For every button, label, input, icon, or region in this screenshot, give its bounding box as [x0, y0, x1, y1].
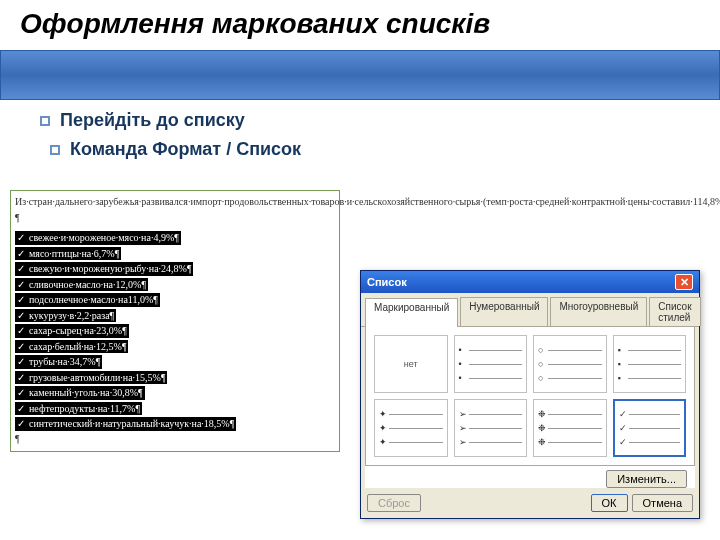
- marker-icon: ▪: [618, 373, 628, 383]
- list-item: сахар·белый·на·12,5%: [15, 340, 128, 354]
- list-item: сахар-сырец·на·23,0%: [15, 324, 129, 338]
- list-item: подсолнечное·масло·на11,0%: [15, 293, 160, 307]
- preview-bullet-arrow[interactable]: ➢ ➢ ➢: [454, 399, 528, 457]
- slide-content: Перейдіть до списку Команда Формат / Спи…: [40, 110, 680, 168]
- dialog-title: Список: [367, 276, 407, 288]
- list-item: свежее·и·мороженое·мясо·на·4,9%: [15, 231, 181, 245]
- list-item: свежую·и·мороженую·рыбу·на·24,8%: [15, 262, 193, 276]
- dialog-tabs: Маркированный Нумерованный Многоуровневы…: [361, 293, 699, 327]
- tab-multilevel[interactable]: Многоуровневый: [550, 297, 647, 326]
- paragraph-mark: ¶: [15, 432, 335, 446]
- marker-icon: ○: [538, 345, 548, 355]
- marker-icon: ✦: [379, 437, 389, 447]
- document-sample: Из·стран·дальнего·зарубежья·развивался·и…: [10, 190, 340, 452]
- bullet-text: Команда Формат / Список: [70, 139, 301, 160]
- marker-icon: ➢: [459, 437, 469, 447]
- paragraph-mark: ¶: [15, 211, 335, 225]
- marker-icon: ○: [538, 359, 548, 369]
- reset-button[interactable]: Сброс: [367, 494, 421, 512]
- marker-icon: ✦: [379, 409, 389, 419]
- preview-bullet-disc[interactable]: • • •: [454, 335, 528, 393]
- paragraph-text: Из·стран·дальнего·зарубежья·развивался·и…: [15, 195, 335, 209]
- marker-icon: ○: [538, 373, 548, 383]
- tab-numbered[interactable]: Нумерованный: [460, 297, 548, 326]
- bullet-marker-icon: [50, 145, 60, 155]
- list-item: мясо·птицы·на·6,7%: [15, 247, 121, 261]
- preview-grid: нет • • • ○ ○ ○ ▪ ▪ ▪ ✦ ✦ ✦ ➢: [374, 335, 686, 457]
- marker-icon: •: [459, 345, 469, 355]
- tab-body: нет • • • ○ ○ ○ ▪ ▪ ▪ ✦ ✦ ✦ ➢: [365, 327, 695, 466]
- close-icon[interactable]: ✕: [675, 274, 693, 290]
- preview-bullet-circle[interactable]: ○ ○ ○: [533, 335, 607, 393]
- bullet-text: Перейдіть до списку: [60, 110, 245, 131]
- list-item: нефтепродукты·на·11,7%: [15, 402, 142, 416]
- marker-icon: ❉: [538, 409, 548, 419]
- cancel-button[interactable]: Отмена: [632, 494, 693, 512]
- list-item: каменный·уголь·на·30,8%: [15, 386, 145, 400]
- marker-icon: ✓: [619, 423, 629, 433]
- dialog-footer: Сброс ОК Отмена: [361, 488, 699, 518]
- list-item: синтетический·и·натуральный·каучук·на·18…: [15, 417, 236, 431]
- marker-icon: ✦: [379, 423, 389, 433]
- marker-icon: ✓: [619, 409, 629, 419]
- list-item: грузовые·автомобили·на·15,5%: [15, 371, 167, 385]
- list-dialog: Список ✕ Маркированный Нумерованный Мног…: [360, 270, 700, 519]
- slide-title: Оформлення маркованих списків: [20, 8, 490, 40]
- tab-bulleted[interactable]: Маркированный: [365, 298, 458, 327]
- modify-row: Изменить...: [365, 466, 695, 488]
- preview-bullet-flower[interactable]: ❉ ❉ ❉: [533, 399, 607, 457]
- ok-button[interactable]: ОК: [591, 494, 628, 512]
- list-item: сливочное·масло·на·12,0%: [15, 278, 148, 292]
- marker-icon: ▪: [618, 345, 628, 355]
- marker-icon: ➢: [459, 423, 469, 433]
- list-item: кукурузу·в·2,2·раза: [15, 309, 116, 323]
- bullet-item-2: Команда Формат / Список: [50, 139, 680, 160]
- marker-icon: ▪: [618, 359, 628, 369]
- marker-icon: ✓: [619, 437, 629, 447]
- tab-styles[interactable]: Список стилей: [649, 297, 700, 326]
- selected-list: свежее·и·мороженое·мясо·на·4,9% мясо·пти…: [15, 230, 335, 432]
- preview-bullet-square[interactable]: ▪ ▪ ▪: [613, 335, 687, 393]
- bullet-item-1: Перейдіть до списку: [40, 110, 680, 131]
- preview-bullet-diamond[interactable]: ✦ ✦ ✦: [374, 399, 448, 457]
- list-item: трубы·на·34,7%: [15, 355, 102, 369]
- preview-bullet-check[interactable]: ✓ ✓ ✓: [613, 399, 687, 457]
- marker-icon: ❉: [538, 423, 548, 433]
- marker-icon: ❉: [538, 437, 548, 447]
- bullet-marker-icon: [40, 116, 50, 126]
- modify-button[interactable]: Изменить...: [606, 470, 687, 488]
- marker-icon: ➢: [459, 409, 469, 419]
- marker-icon: •: [459, 373, 469, 383]
- marker-icon: •: [459, 359, 469, 369]
- dialog-titlebar[interactable]: Список ✕: [361, 271, 699, 293]
- preview-none[interactable]: нет: [374, 335, 448, 393]
- header-bar: [0, 50, 720, 100]
